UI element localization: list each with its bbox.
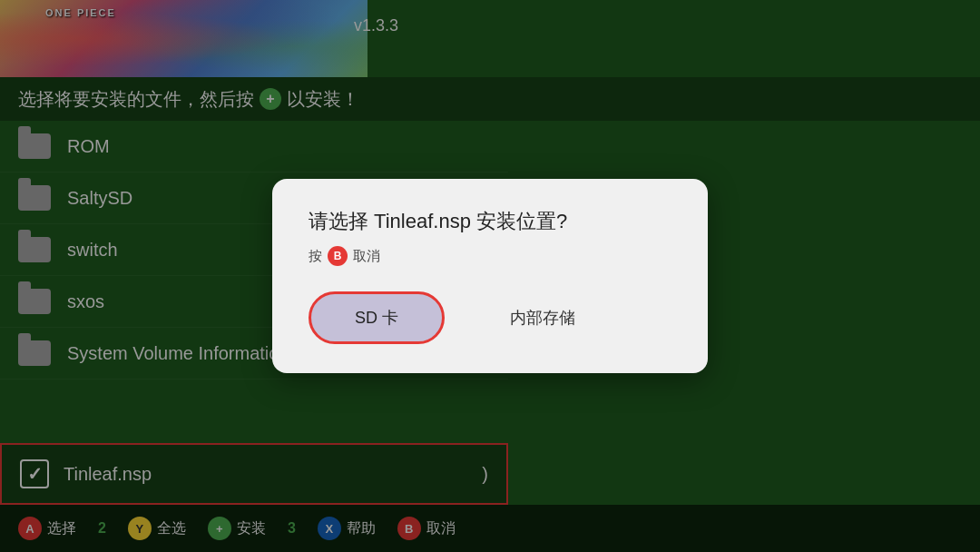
- b-cancel-icon: B: [328, 246, 348, 266]
- modal-cancel-hint: 按 B 取消: [309, 246, 671, 266]
- cancel-hint-text: 取消: [353, 248, 380, 265]
- internal-storage-button[interactable]: 内部存储: [466, 294, 619, 341]
- sd-card-button[interactable]: SD 卡: [309, 291, 445, 344]
- cancel-prefix: 按: [309, 248, 322, 265]
- modal-overlay: 请选择 Tinleaf.nsp 安装位置? 按 B 取消 SD 卡 内部存储: [0, 0, 980, 552]
- install-location-modal: 请选择 Tinleaf.nsp 安装位置? 按 B 取消 SD 卡 内部存储: [272, 179, 708, 373]
- modal-buttons: SD 卡 内部存储: [309, 291, 671, 344]
- modal-title: 请选择 Tinleaf.nsp 安装位置?: [309, 208, 671, 235]
